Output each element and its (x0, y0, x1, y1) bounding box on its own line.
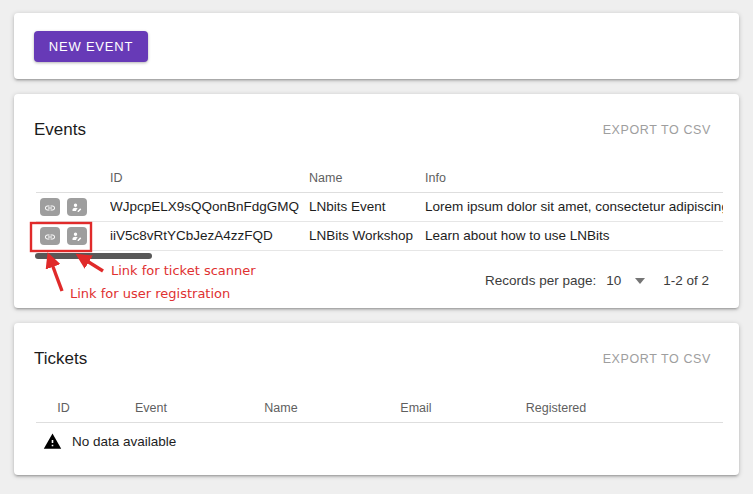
link-icon[interactable] (40, 227, 60, 245)
tickets-card-header: Tickets EXPORT TO CSV (14, 323, 739, 394)
event-row-info: Lorem ipsum dolor sit amet, consectetur … (425, 192, 723, 221)
events-card-header: Events EXPORT TO CSV (14, 94, 739, 165)
event-row: iiV5c8vRtYCbJezA4zzFQD LNBits Workshop L… (36, 221, 723, 250)
horizontal-scrollbar-track (14, 253, 739, 261)
new-event-card: NEW EVENT (14, 13, 739, 79)
link-icon[interactable] (40, 198, 60, 216)
events-col-id: ID (110, 165, 309, 192)
events-export-csv-button[interactable]: EXPORT TO CSV (595, 117, 719, 143)
person-register-icon[interactable] (67, 198, 87, 216)
tickets-table: ID Event Name Email Registered (36, 394, 723, 423)
tickets-title: Tickets (34, 349, 87, 369)
tickets-export-csv-button[interactable]: EXPORT TO CSV (595, 346, 719, 372)
events-title: Events (34, 120, 86, 140)
tickets-table-header-row: ID Event Name Email Registered (36, 394, 723, 422)
caret-down-icon[interactable] (635, 278, 645, 284)
event-row: WJpcpELX9sQQonBnFdgGMQ LNbits Event Lore… (36, 192, 723, 221)
events-col-actions (36, 165, 110, 192)
person-register-icon[interactable] (67, 227, 87, 245)
records-per-page-label: Records per page: (485, 273, 596, 288)
horizontal-scrollbar-thumb[interactable] (35, 253, 152, 259)
events-pagination: Records per page: 10 1-2 of 2 (14, 261, 739, 301)
event-row-actions (36, 221, 110, 250)
events-table: ID Name Info WJpcpELX9sQQonBnFdgGMQ LNbi… (36, 165, 723, 251)
event-row-id: WJpcpELX9sQQonBnFdgGMQ (110, 192, 309, 221)
warning-icon (42, 432, 63, 451)
event-row-actions (36, 192, 110, 221)
tickets-col-filler (631, 394, 723, 422)
tickets-col-id: ID (36, 394, 91, 422)
pagination-range-label: 1-2 of 2 (663, 273, 709, 288)
tickets-col-event: Event (91, 394, 211, 422)
event-row-id: iiV5c8vRtYCbJezA4zzFQD (110, 221, 309, 250)
tickets-col-registered: Registered (481, 394, 631, 422)
event-row-name: LNBits Workshop (309, 221, 425, 250)
event-row-name: LNbits Event (309, 192, 425, 221)
tickets-card: Tickets EXPORT TO CSV ID Event Name Emai… (14, 323, 739, 475)
events-table-header-row: ID Name Info (36, 165, 723, 192)
new-event-button[interactable]: NEW EVENT (34, 31, 148, 62)
no-data-message: No data available (72, 434, 176, 449)
event-row-info: Learn about how to use LNBits (425, 221, 723, 250)
tickets-col-name: Name (211, 394, 351, 422)
records-per-page-value[interactable]: 10 (606, 273, 621, 288)
no-data-row: No data available (42, 432, 739, 451)
events-col-name: Name (309, 165, 425, 192)
events-col-info: Info (425, 165, 723, 192)
tickets-col-email: Email (351, 394, 481, 422)
events-card: Events EXPORT TO CSV ID Name Info WJpcpE… (14, 94, 739, 308)
